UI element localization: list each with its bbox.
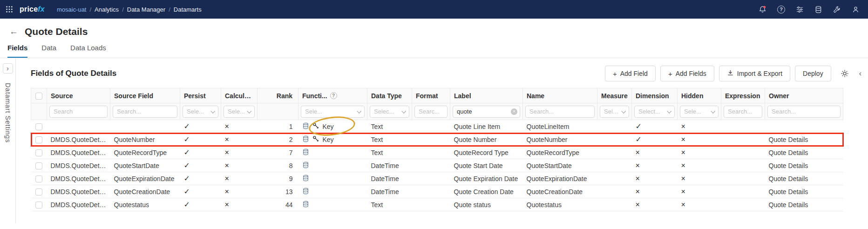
- cell-data-type: DateTime: [367, 172, 412, 185]
- cell-measure: [597, 120, 632, 133]
- cell-source-field: QuoteStartDate: [110, 159, 180, 172]
- user-icon[interactable]: [852, 6, 860, 13]
- key-icon: [312, 122, 319, 131]
- notifications-bell-icon[interactable]: [759, 6, 766, 13]
- table-row[interactable]: DMDS.QuoteDetails Quotestatus ✓ × 44: [31, 198, 843, 211]
- cell-hidden: ×: [678, 159, 721, 172]
- table-row[interactable]: DMDS.QuoteDetails QuoteStartDate ✓ × 8: [31, 159, 843, 172]
- cell-calculated: ×: [221, 120, 258, 133]
- table-row[interactable]: ✓ × 1 Key: [31, 120, 843, 133]
- row-checkbox[interactable]: [35, 202, 42, 209]
- filter-owner-input[interactable]: [767, 106, 841, 118]
- wrench-icon[interactable]: [833, 6, 841, 13]
- gear-icon[interactable]: [841, 69, 849, 78]
- sliders-icon[interactable]: [796, 6, 804, 13]
- col-label[interactable]: Label: [450, 88, 523, 103]
- filter-function-select[interactable]: Sele...: [301, 106, 365, 118]
- breadcrumb-analytics[interactable]: Analytics: [95, 6, 119, 13]
- breadcrumb-data-manager[interactable]: Data Manager: [127, 6, 165, 13]
- filter-source-input[interactable]: [49, 106, 108, 118]
- cell-rank: 8: [258, 159, 298, 172]
- filter-expression-input[interactable]: [724, 106, 762, 118]
- filter-format-input[interactable]: [414, 106, 448, 118]
- breadcrumb-datamarts[interactable]: Datamarts: [174, 6, 202, 13]
- table-row[interactable]: DMDS.QuoteDetails QuoteCreationDate ✓ × …: [31, 185, 843, 198]
- add-field-button[interactable]: +Add Field: [605, 66, 656, 81]
- collapse-panel-button[interactable]: ‹: [857, 69, 863, 78]
- fields-table: Source Source Field Persist Calculated R…: [31, 88, 843, 211]
- cell-data-type: Text: [367, 198, 412, 211]
- filter-source-field-input[interactable]: [113, 106, 177, 118]
- table-row-highlighted[interactable]: DMDS.QuoteDetails QuoteNumber ✓ × 2 Key: [31, 133, 843, 146]
- tab-data[interactable]: Data: [41, 44, 56, 58]
- tab-data-loads[interactable]: Data Loads: [70, 44, 106, 58]
- function-help-icon[interactable]: ?: [330, 92, 337, 99]
- filter-measure-select[interactable]: Sele...: [600, 106, 629, 118]
- help-icon[interactable]: ?: [777, 6, 785, 13]
- database-nav-icon[interactable]: [814, 6, 822, 13]
- col-measure[interactable]: Measure: [597, 88, 632, 103]
- datamart-settings-label[interactable]: Datamart Settings: [4, 83, 12, 143]
- row-checkbox[interactable]: [35, 136, 42, 143]
- filter-data-type-select[interactable]: Selec...: [370, 106, 409, 118]
- col-calculated[interactable]: Calculated: [221, 88, 258, 103]
- cell-rank: 7: [258, 146, 298, 159]
- col-owner[interactable]: Owner: [765, 88, 843, 103]
- cell-source: DMDS.QuoteDetails: [47, 133, 110, 146]
- row-checkbox[interactable]: [35, 189, 42, 195]
- col-rank[interactable]: Rank: [258, 88, 298, 103]
- select-all-checkbox[interactable]: [35, 93, 42, 100]
- cell-persist: ✓: [180, 198, 221, 211]
- add-fields-button[interactable]: +Add Fields: [660, 66, 714, 81]
- filter-label-input[interactable]: [453, 106, 520, 118]
- filter-calculated-select[interactable]: Sele...: [224, 106, 255, 118]
- clear-filter-icon[interactable]: ×: [511, 108, 517, 115]
- filter-row: Sele... Sele... Sele... Selec... × Sele.…: [31, 103, 843, 120]
- cell-format: [412, 159, 450, 172]
- col-format[interactable]: Format: [412, 88, 450, 103]
- col-dimension[interactable]: Dimension: [632, 88, 678, 103]
- col-data-type[interactable]: Data Type: [367, 88, 412, 103]
- filter-name-input[interactable]: [525, 106, 595, 118]
- database-icon: [302, 188, 309, 196]
- expand-panel-button[interactable]: ›: [3, 63, 13, 74]
- filter-hidden-select[interactable]: Sele...: [680, 106, 719, 118]
- cell-owner: Quote Details: [765, 146, 843, 159]
- import-export-button[interactable]: Import & Export: [719, 66, 790, 81]
- col-source-field[interactable]: Source Field: [110, 88, 180, 103]
- cell-dimension: ×: [632, 159, 678, 172]
- apps-grid-icon[interactable]: [6, 6, 13, 13]
- cell-format: [412, 133, 450, 146]
- col-source[interactable]: Source: [47, 88, 110, 103]
- col-name[interactable]: Name: [523, 88, 597, 103]
- table-row[interactable]: DMDS.QuoteDetails QuoteExpirationDate ✓ …: [31, 172, 843, 185]
- row-checkbox[interactable]: [35, 175, 42, 182]
- deploy-button[interactable]: Deploy: [795, 66, 831, 81]
- filter-persist-select[interactable]: Sele...: [183, 106, 218, 118]
- row-checkbox[interactable]: [35, 149, 42, 156]
- cell-label: Quote Creation Date: [450, 185, 523, 198]
- cell-data-type: DateTime: [367, 159, 412, 172]
- cell-owner: Quote Details: [765, 198, 843, 211]
- col-persist[interactable]: Persist: [180, 88, 221, 103]
- pricefx-logo[interactable]: pricefx: [20, 5, 45, 13]
- row-checkbox[interactable]: [35, 162, 42, 169]
- filter-dimension-select[interactable]: Select...: [634, 106, 675, 118]
- plus-icon: +: [613, 70, 617, 78]
- cell-hidden: ×: [678, 185, 721, 198]
- cell-format: [412, 146, 450, 159]
- col-hidden[interactable]: Hidden: [678, 88, 721, 103]
- col-function[interactable]: Functi...?: [298, 88, 367, 103]
- tab-fields[interactable]: Fields: [7, 44, 27, 58]
- cell-hidden: ×: [678, 146, 721, 159]
- cell-source-field: QuoteRecordType: [110, 146, 180, 159]
- col-expression[interactable]: Expression: [721, 88, 765, 103]
- cell-rank: 13: [258, 185, 298, 198]
- table-row[interactable]: DMDS.QuoteDetails QuoteRecordType ✓ × 7: [31, 146, 843, 159]
- breadcrumb-tenant[interactable]: mosaic-uat: [57, 6, 87, 13]
- chevron-down-icon: [621, 109, 626, 114]
- cell-format: [412, 172, 450, 185]
- cell-owner: Quote Details: [765, 185, 843, 198]
- back-arrow-icon[interactable]: ←: [9, 27, 18, 37]
- row-checkbox[interactable]: [35, 123, 42, 130]
